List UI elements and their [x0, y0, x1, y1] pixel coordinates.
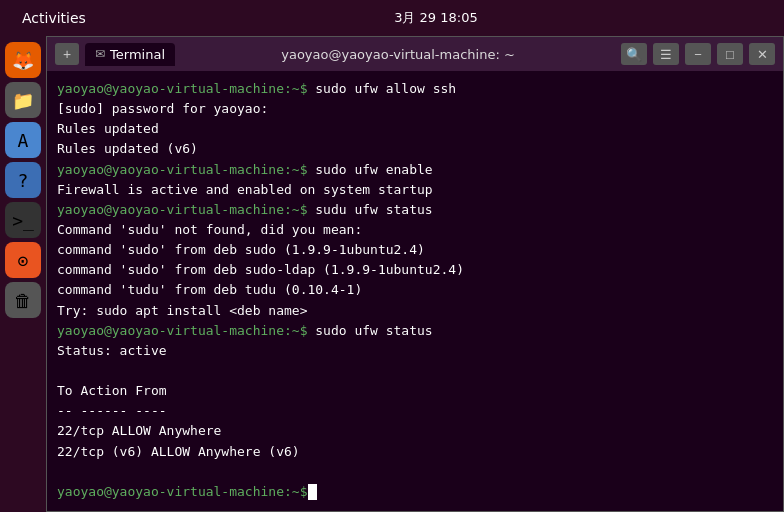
close-button[interactable]: ✕: [749, 43, 775, 65]
sidebar-icon-files[interactable]: 📁: [5, 82, 41, 118]
terminal-output-line: command 'sudo' from deb sudo-ldap (1.9.9…: [57, 260, 773, 280]
terminal-output-line: Rules updated: [57, 119, 773, 139]
terminal-output-line: Try: sudo apt install <deb name>: [57, 301, 773, 321]
terminal-line: yaoyao@yaoyao-virtual-machine:~$ sudo uf…: [57, 160, 773, 180]
terminal-prompt: yaoyao@yaoyao-virtual-machine:~$: [57, 81, 315, 96]
terminal-content[interactable]: yaoyao@yaoyao-virtual-machine:~$ sudo uf…: [47, 71, 783, 511]
terminal-command: sudo ufw allow ssh: [315, 81, 456, 96]
terminal-cursor-line: yaoyao@yaoyao-virtual-machine:~$: [57, 482, 773, 502]
activities-button[interactable]: Activities: [10, 6, 98, 30]
terminal-prompt: yaoyao@yaoyao-virtual-machine:~$: [57, 323, 315, 338]
terminal-command: sudo ufw status: [315, 323, 432, 338]
menu-button[interactable]: ☰: [653, 43, 679, 65]
terminal-command: sudo ufw enable: [315, 162, 432, 177]
terminal-output-line: Status: active: [57, 341, 773, 361]
app-sidebar: 🦊📁A?>_⊙🗑: [0, 36, 46, 512]
terminal-output-line: Rules updated (v6): [57, 139, 773, 159]
terminal-titlebar: + ✉ Terminal yaoyao@yaoyao-virtual-machi…: [47, 37, 783, 71]
terminal-output-line: [57, 361, 773, 381]
sidebar-icon-trash[interactable]: 🗑: [5, 282, 41, 318]
terminal-output-line: 22/tcp ALLOW Anywhere: [57, 421, 773, 441]
sidebar-icon-ubuntu[interactable]: ⊙: [5, 242, 41, 278]
terminal-output-line: command 'sudo' from deb sudo (1.9.9-1ubu…: [57, 240, 773, 260]
terminal-output-line: 22/tcp (v6) ALLOW Anywhere (v6): [57, 442, 773, 462]
terminal-output-line: [sudo] password for yaoyao:: [57, 99, 773, 119]
terminal-output-line: [57, 462, 773, 482]
terminal-tab-label: Terminal: [110, 47, 165, 62]
terminal-prompt: yaoyao@yaoyao-virtual-machine:~$: [57, 162, 315, 177]
terminal-tab[interactable]: ✉ Terminal: [85, 43, 175, 66]
maximize-button[interactable]: □: [717, 43, 743, 65]
terminal-output-line: Command 'sudu' not found, did you mean:: [57, 220, 773, 240]
terminal-window: + ✉ Terminal yaoyao@yaoyao-virtual-machi…: [46, 36, 784, 512]
topbar-left: Activities: [10, 6, 98, 30]
terminal-output-line: Firewall is active and enabled on system…: [57, 180, 773, 200]
terminal-output-line: To Action From: [57, 381, 773, 401]
terminal-prompt: yaoyao@yaoyao-virtual-machine:~$: [57, 482, 307, 502]
window-controls: 🔍 ☰ − □ ✕: [621, 43, 775, 65]
sidebar-icon-terminal[interactable]: >_: [5, 202, 41, 238]
terminal-command: sudu ufw status: [315, 202, 432, 217]
terminal-line: yaoyao@yaoyao-virtual-machine:~$ sudo uf…: [57, 321, 773, 341]
terminal-title: yaoyao@yaoyao-virtual-machine: ~: [181, 47, 615, 62]
topbar: Activities 3月 29 18:05: [0, 0, 784, 36]
terminal-tab-icon: ✉: [95, 47, 105, 61]
sidebar-icon-software[interactable]: A: [5, 122, 41, 158]
topbar-datetime: 3月 29 18:05: [394, 9, 478, 27]
search-button[interactable]: 🔍: [621, 43, 647, 65]
terminal-line: yaoyao@yaoyao-virtual-machine:~$ sudu uf…: [57, 200, 773, 220]
terminal-prompt: yaoyao@yaoyao-virtual-machine:~$: [57, 202, 315, 217]
terminal-line: yaoyao@yaoyao-virtual-machine:~$ sudo uf…: [57, 79, 773, 99]
sidebar-icon-firefox[interactable]: 🦊: [5, 42, 41, 78]
terminal-output-line: command 'tudu' from deb tudu (0.10.4-1): [57, 280, 773, 300]
terminal-cursor: [308, 484, 317, 500]
sidebar-icon-help[interactable]: ?: [5, 162, 41, 198]
terminal-output-line: -- ------ ----: [57, 401, 773, 421]
new-tab-button[interactable]: +: [55, 43, 79, 65]
minimize-button[interactable]: −: [685, 43, 711, 65]
